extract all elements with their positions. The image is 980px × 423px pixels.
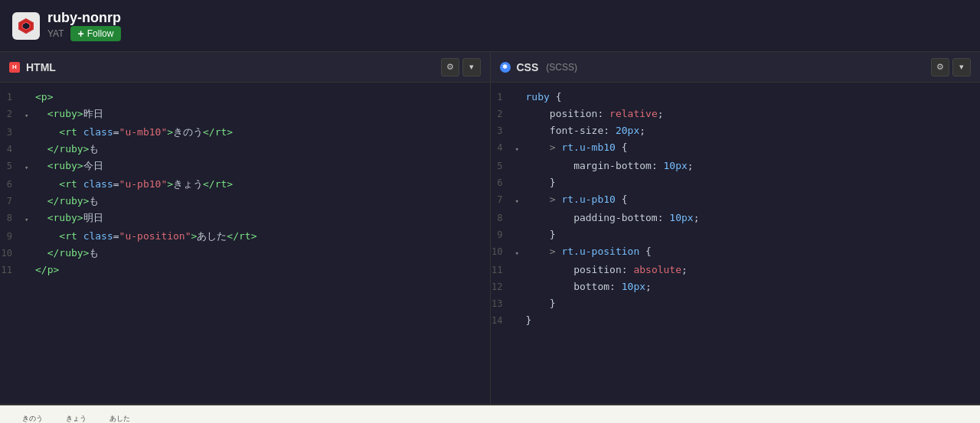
css-line-2: 2 position: relative; [491,106,981,122]
html-panel-title-group: H HTML [9,61,56,73]
css-line-10: 10 ▾ > rt.u-position { [491,243,981,262]
html-panel-header: H HTML ⚙ ▾ [0,52,490,83]
repo-logo [12,12,40,40]
css-icon: ✱ [500,62,511,73]
css-linenum-3: 3 [491,122,515,139]
html-panel: H HTML ⚙ ▾ 1 <p> 2 ▾ <ruby>昨日 [0,52,491,404]
css-code-area[interactable]: 1 ruby { 2 position: relative; 3 font-si… [491,83,981,404]
ruby-rt-kinou: きのう [22,415,43,423]
header-title-block: ruby-nonrp YAT + Follow [47,10,121,42]
css-linenum-4: 4 [491,139,515,156]
css-linenum-12: 12 [491,278,515,295]
css-linenum-9: 9 [491,226,515,243]
css-line-11: 11 position: absolute; [491,262,981,278]
html-line-7: 7 </ruby>も [0,193,490,210]
css-panel-controls: ⚙ ▾ [931,58,971,76]
css-linenum-6: 6 [491,174,515,191]
html-linenum-6: 6 [0,176,24,193]
ruby-rt-kyou: きょう [66,415,87,423]
ruby-group-kinou: きのう 昨日も [15,415,50,423]
header-username-row: YAT + Follow [47,26,121,41]
ruby-group-kyou: きょう 今日も [59,415,93,423]
css-line-14: 14 } [491,312,981,329]
css-panel-title-group: ✱ CSS (SCSS) [500,61,577,73]
html-line-4: 4 </ruby>も [0,141,490,158]
html-line-2: 2 ▾ <ruby>昨日 [0,106,490,124]
css-line-7: 7 ▾ > rt.u-pb10 { [491,191,981,210]
html-line-8: 8 ▾ <ruby>明日 [0,210,490,228]
html-linenum-7: 7 [0,193,24,210]
css-panel-subtitle: (SCSS) [546,62,577,73]
html-line-1: 1 <p> [0,89,490,106]
css-linenum-1: 1 [491,89,515,106]
follow-label: Follow [87,28,114,39]
ruby-group-ashita: あした 明日も [103,415,137,423]
html-linenum-5: 5 [0,158,24,174]
html-chevron-button[interactable]: ▾ [462,58,481,76]
html-linenum-11: 11 [0,262,24,278]
html-linenum-8: 8 [0,210,24,226]
html-icon: H [9,62,20,73]
css-line-8: 8 padding-bottom: 10px; [491,210,981,226]
css-line-1: 1 ruby { [491,89,981,106]
css-linenum-14: 14 [491,312,515,329]
html-line-9: 9 <rt class="u-position">あした</rt> [0,228,490,245]
css-line-6: 6 } [491,174,981,191]
html-gear-button[interactable]: ⚙ [441,58,459,76]
css-line-4: 4 ▾ > rt.u-mb10 { [491,139,981,158]
header: ruby-nonrp YAT + Follow [0,0,980,52]
html-line-5: 5 ▾ <ruby>今日 [0,158,490,176]
css-panel-title: CSS [517,61,539,73]
follow-button[interactable]: + Follow [70,26,122,41]
html-line-11: 11 </p> [0,262,490,278]
css-panel: ✱ CSS (SCSS) ⚙ ▾ 1 ruby { 2 position: re… [491,52,981,404]
html-panel-title: HTML [26,61,56,73]
html-linenum-9: 9 [0,228,24,245]
html-linenum-4: 4 [0,141,24,158]
html-panel-controls: ⚙ ▾ [441,58,481,76]
css-linenum-2: 2 [491,106,515,122]
panels-container: H HTML ⚙ ▾ 1 <p> 2 ▾ <ruby>昨日 [0,52,980,404]
preview-area: きのう 昨日も きょう 今日も あした 明日も [0,404,980,423]
css-line-13: 13 } [491,295,981,312]
html-linenum-10: 10 [0,245,24,262]
follow-plus-icon: + [78,28,84,40]
css-chevron-button[interactable]: ▾ [952,58,971,76]
html-linenum-1: 1 [0,89,24,106]
repo-name: ruby-nonrp [47,10,121,27]
css-line-5: 5 margin-bottom: 10px; [491,158,981,174]
css-linenum-7: 7 [491,191,515,208]
html-line-10: 10 </ruby>も [0,245,490,262]
html-code-area[interactable]: 1 <p> 2 ▾ <ruby>昨日 3 <rt class="u-mb10">… [0,83,490,404]
css-line-12: 12 bottom: 10px; [491,278,981,295]
username-label: YAT [47,28,64,39]
ruby-rt-ashita: あした [109,415,130,423]
html-line-3: 3 <rt class="u-mb10">きのう</rt> [0,124,490,141]
css-linenum-8: 8 [491,210,515,226]
css-linenum-10: 10 [491,243,515,260]
css-linenum-11: 11 [491,262,515,278]
css-linenum-5: 5 [491,158,515,174]
html-line-6: 6 <rt class="u-pb10">きょう</rt> [0,176,490,193]
preview-ruby-text: きのう 昨日も きょう 今日も あした 明日も [15,415,965,423]
css-gear-button[interactable]: ⚙ [931,58,949,76]
html-linenum-2: 2 [0,106,24,122]
css-panel-header: ✱ CSS (SCSS) ⚙ ▾ [491,52,981,83]
css-linenum-13: 13 [491,295,515,312]
html-linenum-3: 3 [0,124,24,141]
css-line-3: 3 font-size: 20px; [491,122,981,139]
css-line-9: 9 } [491,226,981,243]
